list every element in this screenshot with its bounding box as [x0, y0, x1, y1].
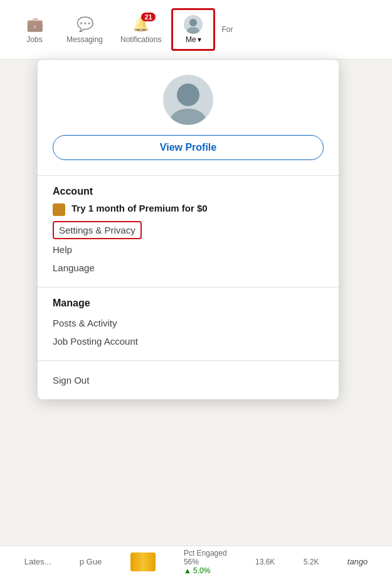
- bottom-brand: tango: [347, 557, 368, 566]
- notifications-icon: 🔔 21: [132, 15, 151, 34]
- me-dropdown: View Profile Account Try 1 month of Prem…: [38, 60, 339, 399]
- job-posting-link[interactable]: Job Posting Account: [53, 332, 324, 350]
- me-avatar: [184, 15, 203, 34]
- divider-3: [38, 360, 339, 361]
- settings-privacy-link[interactable]: Settings & Privacy: [53, 221, 142, 239]
- jobs-label: Jobs: [26, 35, 42, 44]
- divider-1: [38, 175, 339, 176]
- bottom-stat1: 13.6K: [255, 558, 275, 566]
- premium-text: Try 1 month of Premium for $0: [72, 202, 208, 215]
- language-link[interactable]: Language: [53, 259, 324, 277]
- bottom-lates: Lates...: [24, 557, 51, 566]
- notifications-label: Notifications: [120, 35, 161, 44]
- nav-item-me[interactable]: Me ▾: [171, 8, 215, 51]
- messaging-icon: 💬: [75, 15, 94, 34]
- profile-section: View Profile: [38, 60, 339, 170]
- bottom-pct: Pct Engaged56%▲ 5.0%: [184, 549, 227, 575]
- nav-item-messaging[interactable]: 💬 Messaging: [59, 10, 110, 49]
- nav-item-jobs[interactable]: 💼 Jobs: [13, 10, 56, 49]
- manage-section: Manage Posts & Activity Job Posting Acco…: [38, 293, 339, 355]
- nav-items: 💼 Jobs 💬 Messaging 🔔 21 Notifications: [13, 8, 236, 51]
- help-link[interactable]: Help: [53, 240, 324, 259]
- messaging-label: Messaging: [66, 35, 103, 44]
- sign-out-link[interactable]: Sign Out: [53, 371, 324, 389]
- divider-2: [38, 287, 339, 288]
- account-title: Account: [53, 186, 324, 197]
- me-label: Me ▾: [186, 35, 201, 44]
- account-section: Account Try 1 month of Premium for $0 Se…: [38, 181, 339, 282]
- bottom-stat2: 5.2K: [304, 558, 319, 566]
- bottom-chart: [130, 553, 156, 571]
- premium-item[interactable]: Try 1 month of Premium for $0: [53, 202, 324, 216]
- nav-item-notifications[interactable]: 🔔 21 Notifications: [113, 10, 169, 49]
- premium-icon: [53, 203, 65, 216]
- svg-point-1: [187, 27, 199, 34]
- svg-point-2: [177, 84, 199, 106]
- sign-out-section: Sign Out: [38, 366, 339, 394]
- bottom-bar: Lates... p Gue Pct Engaged56%▲ 5.0% 13.6…: [0, 546, 392, 577]
- profile-avatar: [163, 75, 213, 125]
- jobs-icon: 💼: [25, 15, 44, 34]
- chevron-down-icon: ▾: [198, 35, 201, 44]
- posts-activity-link[interactable]: Posts & Activity: [53, 314, 324, 332]
- navbar: 💼 Jobs 💬 Messaging 🔔 21 Notifications: [0, 0, 392, 60]
- nav-item-for[interactable]: For: [218, 20, 236, 39]
- manage-title: Manage: [53, 298, 324, 309]
- notifications-badge: 21: [141, 13, 155, 21]
- svg-point-0: [189, 19, 197, 26]
- bottom-mid: p Gue: [80, 557, 102, 566]
- svg-point-3: [171, 109, 206, 125]
- view-profile-button[interactable]: View Profile: [53, 135, 324, 160]
